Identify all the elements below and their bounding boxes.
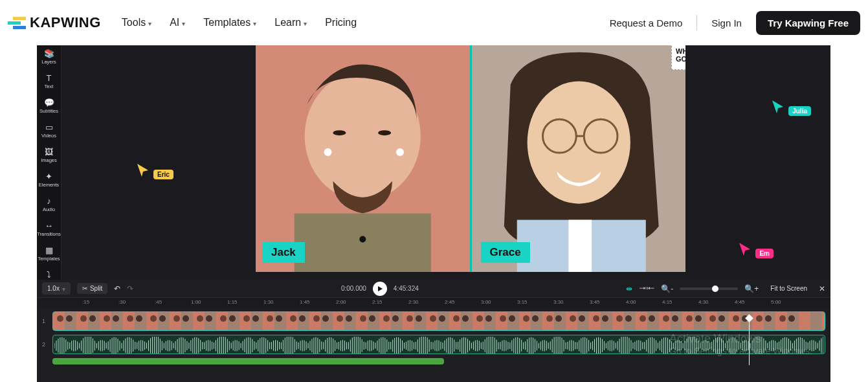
preview-person-right: Grace WHAT'S GOING ON — [472, 45, 686, 272]
logo[interactable]: KAPWING — [8, 14, 101, 31]
ruler-tick: 2:15 — [372, 299, 383, 305]
track-number: 1 — [42, 318, 49, 324]
sidebar-item-elements[interactable]: ✦Elements — [37, 171, 61, 189]
sidebar-item-videos[interactable]: ▭Videos — [37, 122, 61, 140]
images-icon: 🖼 — [45, 148, 53, 156]
video-clip[interactable] — [52, 311, 825, 331]
svg-point-3 — [324, 148, 332, 156]
svg-point-2 — [378, 130, 391, 135]
nav-ai[interactable]: AI▾ — [170, 17, 185, 28]
ruler-tick: 3:30 — [553, 299, 564, 305]
chevron-down-icon: ▾ — [304, 20, 307, 27]
nav-tools[interactable]: Tools▾ — [122, 17, 151, 28]
transitions-icon: ↔ — [45, 221, 53, 230]
ruler-tick: 3:00 — [481, 299, 491, 305]
nav-templates[interactable]: Templates▾ — [203, 17, 256, 28]
face-left-illustration — [256, 45, 470, 272]
svg-point-1 — [333, 130, 346, 135]
track-video[interactable]: 1 — [42, 311, 825, 331]
face-right-illustration — [472, 45, 686, 272]
cursor-label: Em — [755, 249, 773, 258]
ruler-tick: 2:00 — [336, 299, 346, 305]
track-audio[interactable]: 2 — [42, 334, 825, 355]
chevron-down-icon: ▾ — [62, 286, 65, 293]
divider — [696, 15, 697, 30]
cursor-icon — [737, 242, 753, 257]
sidebar-item-images[interactable]: 🖼Images — [37, 146, 61, 164]
snap-icon[interactable]: ⇹ — [626, 284, 632, 293]
ruler-tick: :30 — [118, 299, 126, 305]
sidebar-item-layers[interactable]: 📚Layers — [37, 48, 61, 66]
ruler-tick: :45 — [155, 299, 162, 305]
track-extra[interactable] — [42, 357, 825, 365]
nav-pricing[interactable]: Pricing — [325, 17, 357, 28]
svg-rect-5 — [295, 214, 431, 272]
audio-clip[interactable] — [52, 335, 825, 354]
scissors-icon: ✂ — [82, 285, 87, 292]
editor: 📚Layers TText 💬Subtitles ▭Videos 🖼Images… — [37, 45, 830, 382]
ruler-tick: 5:00 — [771, 299, 781, 305]
audio-icon: ♪ — [47, 197, 51, 205]
sidebar-item-transitions[interactable]: ↔Transitions — [37, 220, 61, 238]
cursor-eric: Eric — [135, 161, 173, 179]
request-demo-link[interactable]: Request a Demo — [610, 17, 683, 28]
canvas[interactable]: Jack Grace WHAT'S GOING ON — [61, 45, 830, 280]
playhead[interactable] — [749, 319, 750, 365]
logo-mark-icon — [8, 17, 26, 29]
name-tag-left: Jack — [262, 242, 305, 263]
sidebar-item-templates[interactable]: ▦Templates — [37, 245, 61, 263]
zoom-out-button[interactable]: 🔍- — [661, 284, 673, 293]
sidebar-item-subtitles[interactable]: 💬Subtitles — [37, 97, 61, 115]
sign-in-link[interactable]: Sign In — [711, 17, 742, 28]
redo-button[interactable]: ↷ — [127, 284, 133, 293]
sidebar: 📚Layers TText 💬Subtitles ▭Videos 🖼Images… — [37, 45, 61, 280]
try-free-button[interactable]: Try Kapwing Free — [756, 11, 860, 35]
timeline-tracks: 1 2 — [37, 308, 830, 365]
speech-bubble[interactable]: WHAT'S GOING ON — [671, 45, 685, 70]
ruler-tick: 4:45 — [735, 299, 745, 305]
split-button[interactable]: ✂Split — [77, 283, 107, 294]
timeline-panel: 1.0x ▾ ✂Split ↶ ↷ 0:00.000 4:45:324 ⇹ ⭲⭰… — [37, 280, 830, 382]
timeline-ruler[interactable]: :15:30:451:001:151:301:452:002:152:302:4… — [37, 298, 830, 308]
cursor-julia: Julia — [770, 97, 811, 116]
cursor-em: Em — [737, 240, 773, 258]
play-button[interactable] — [373, 282, 387, 296]
fit-screen-button[interactable]: Fit to Screen — [765, 283, 812, 294]
ruler-tick: 4:00 — [626, 299, 636, 305]
svg-point-6 — [359, 236, 366, 242]
templates-icon: ▦ — [45, 246, 53, 254]
speed-button[interactable]: 1.0x ▾ — [42, 282, 71, 295]
ruler-tick: :15 — [82, 299, 89, 305]
timeline-toolbar: 1.0x ▾ ✂Split ↶ ↷ 0:00.000 4:45:324 ⇹ ⭲⭰… — [37, 280, 830, 298]
waveform-icon — [54, 337, 823, 354]
ruler-tick: 1:00 — [191, 299, 201, 305]
video-preview[interactable]: Jack Grace WHAT'S GOING ON — [256, 45, 685, 272]
nav-learn[interactable]: Learn▾ — [274, 17, 307, 28]
trim-icon[interactable]: ⭲⭰ — [639, 284, 654, 293]
cursor-label: Julia — [788, 106, 811, 116]
ruler-tick: 1:30 — [263, 299, 274, 305]
ruler-tick: 1:15 — [227, 299, 238, 305]
close-timeline-button[interactable]: ✕ — [819, 284, 825, 293]
logo-text: KAPWING — [30, 14, 101, 31]
svg-point-4 — [396, 148, 404, 156]
play-icon — [377, 286, 383, 292]
chevron-down-icon: ▾ — [148, 20, 151, 27]
sidebar-item-text[interactable]: TText — [37, 73, 61, 91]
zoom-slider[interactable] — [680, 287, 738, 290]
green-clip[interactable] — [52, 358, 444, 365]
cursor-label: Eric — [153, 170, 173, 179]
chevron-down-icon: ▾ — [182, 20, 185, 27]
undo-button[interactable]: ↶ — [114, 284, 120, 293]
zoom-in-button[interactable]: 🔍+ — [744, 284, 759, 293]
sidebar-item-audio[interactable]: ♪Audio — [37, 196, 61, 214]
more-icon: ⤵ — [47, 271, 51, 279]
time-current: 0:00.000 — [341, 285, 366, 292]
text-icon: T — [47, 74, 52, 82]
nav-links: Tools▾ AI▾ Templates▾ Learn▾ Pricing — [122, 17, 357, 28]
ruler-tick: 2:45 — [445, 299, 455, 305]
name-tag-right: Grace — [481, 242, 530, 263]
sidebar-item-more[interactable]: ⤵ — [37, 269, 61, 280]
nav-right: Request a Demo Sign In Try Kapwing Free — [610, 11, 860, 35]
cursor-icon — [135, 163, 151, 178]
